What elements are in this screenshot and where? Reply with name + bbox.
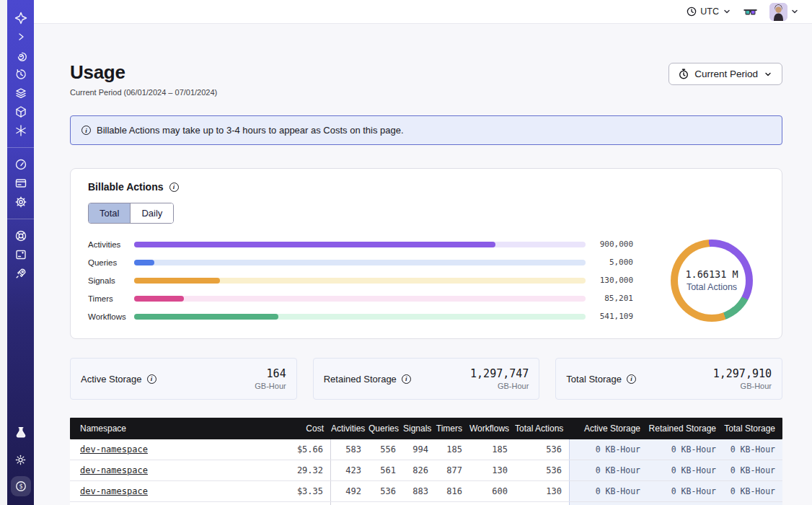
tab-daily[interactable]: Daily [130, 203, 173, 223]
stopwatch-icon [679, 69, 689, 79]
info-banner: Billable Actions may take up to 3-4 hour… [70, 115, 782, 145]
col-cost: Cost [283, 418, 331, 439]
cell-signals: 826 [403, 460, 436, 480]
total-storage-label: Total Storage [566, 374, 622, 385]
retained-storage-value: 1,297,747 [470, 367, 529, 380]
usage-gauge-icon[interactable] [12, 155, 30, 174]
avatar [769, 3, 787, 21]
docs-icon[interactable] [12, 245, 30, 264]
cell-total-storage: 0 KB-Hour [723, 481, 782, 501]
settings-gear-icon[interactable] [12, 193, 30, 211]
table-row: dev-namespace29.324235618268771305360 KB… [70, 460, 782, 481]
storage-cards: Active Storage 164GB-Hour Retained Stora… [70, 358, 782, 400]
table-body: dev-namespace$5.665835569941851855360 KB… [70, 439, 782, 502]
cell-activities: 583 [331, 439, 369, 460]
chevron-expand-icon[interactable] [12, 27, 30, 46]
bar-fill [134, 278, 220, 284]
cell-total-actions: 130 [515, 481, 569, 501]
bar-fill [134, 242, 495, 247]
tab-total[interactable]: Total [89, 203, 130, 223]
cell-retained-storage: 0 KB-Hour [648, 439, 723, 460]
donut-chart: 1.66131 M Total Actions [671, 240, 753, 322]
period-dropdown-button[interactable]: Current Period [668, 63, 782, 85]
cell-total-actions: 536 [515, 439, 569, 460]
deployments-cube-icon[interactable] [12, 102, 30, 121]
sidebar-divider [7, 147, 34, 148]
theme-sun-icon[interactable] [12, 450, 30, 469]
timezone-selector[interactable]: UTC [687, 6, 731, 17]
info-icon [81, 126, 91, 135]
user-menu[interactable] [769, 3, 799, 21]
cell-total-storage: 0 KB-Hour [723, 460, 782, 480]
namespace-table: Namespace Cost Activities Queries Signal… [70, 418, 782, 505]
cell-workflows: 600 [469, 481, 515, 501]
donut-center: 1.66131 M Total Actions [678, 247, 746, 315]
bar-fill [134, 260, 154, 265]
cell-cost: $5.66 [283, 439, 331, 460]
cost-coin-icon[interactable]: $ [11, 476, 31, 496]
bar-row: Signals130,000 [88, 271, 633, 289]
bar-label: Signals [88, 276, 134, 285]
col-namespace: Namespace [70, 418, 283, 439]
cell-total-storage: 0 KB-Hour [723, 439, 782, 460]
bar-label: Timers [88, 294, 134, 303]
table-row-partial [70, 502, 782, 505]
page-subtitle: Current Period (06/01/2024 – 07/01/2024) [70, 88, 217, 97]
banner-text: Billable Actions may take up to 3-4 hour… [97, 125, 404, 136]
bar-track [134, 296, 586, 302]
cell-retained-storage: 0 KB-Hour [648, 460, 723, 480]
namespace-link[interactable]: dev-namespace [80, 444, 148, 454]
cell-active-storage: 0 KB-Hour [569, 460, 648, 480]
goggles-icon[interactable] [743, 6, 758, 17]
actions-asterisk-icon[interactable] [12, 121, 30, 140]
period-dropdown-label: Current Period [694, 69, 758, 79]
cell-retained-storage: 0 KB-Hour [648, 481, 723, 501]
bar-value: 130,000 [586, 276, 633, 285]
bar-row: Timers85,201 [88, 289, 633, 307]
temporal-logo-icon[interactable] [12, 9, 30, 27]
col-total-storage: Total Storage [723, 418, 782, 439]
bar-label: Activities [88, 240, 134, 249]
bar-row: Workflows541,109 [88, 307, 633, 325]
getting-started-rocket-icon[interactable] [12, 264, 30, 283]
bar-row: Activities900,000 [88, 235, 633, 253]
cell-queries: 536 [369, 481, 403, 501]
namespaces-icon[interactable] [12, 46, 30, 65]
bar-fill [134, 314, 278, 320]
info-icon[interactable] [627, 374, 636, 384]
bar-track [134, 278, 586, 284]
namespace-link[interactable]: dev-namespace [80, 486, 148, 496]
info-icon[interactable] [147, 374, 156, 384]
topbar: UTC [34, 0, 812, 24]
support-lifebuoy-icon[interactable] [12, 227, 30, 245]
col-retained-storage: Retained Storage [648, 418, 723, 439]
billing-icon[interactable] [12, 174, 30, 193]
sidebar: $ [7, 0, 34, 505]
cell-cost: $3.35 [283, 481, 331, 501]
active-storage-label: Active Storage [81, 374, 142, 385]
retained-storage-unit: GB-Hour [470, 382, 529, 390]
col-activities: Activities [331, 418, 369, 439]
bar-track [134, 314, 586, 320]
col-timers: Timers [436, 418, 469, 439]
cell-active-storage: 0 KB-Hour [569, 481, 648, 501]
table-row: dev-namespace$5.665835569941851855360 KB… [70, 439, 782, 460]
retained-storage-label: Retained Storage [324, 374, 397, 385]
namespace-link[interactable]: dev-namespace [80, 465, 148, 475]
main-area: UTC Usage Current Period (06/01/2024 – 0… [34, 0, 812, 505]
col-queries: Queries [369, 418, 403, 439]
bar-value: 5,000 [586, 258, 633, 267]
layers-icon[interactable] [12, 84, 30, 102]
bar-value: 541,109 [586, 312, 633, 321]
cell-namespace: dev-namespace [70, 481, 283, 501]
cell-namespace: dev-namespace [70, 460, 283, 480]
info-icon[interactable] [402, 374, 411, 384]
cell-workflows: 130 [469, 460, 515, 480]
history-icon[interactable] [12, 65, 30, 84]
cell-activities: 492 [331, 481, 369, 501]
cell-timers: 816 [436, 481, 469, 501]
info-icon[interactable] [169, 183, 179, 192]
labs-flask-icon[interactable] [12, 423, 30, 442]
chevron-down-icon [764, 70, 772, 79]
bar-track [134, 242, 586, 247]
